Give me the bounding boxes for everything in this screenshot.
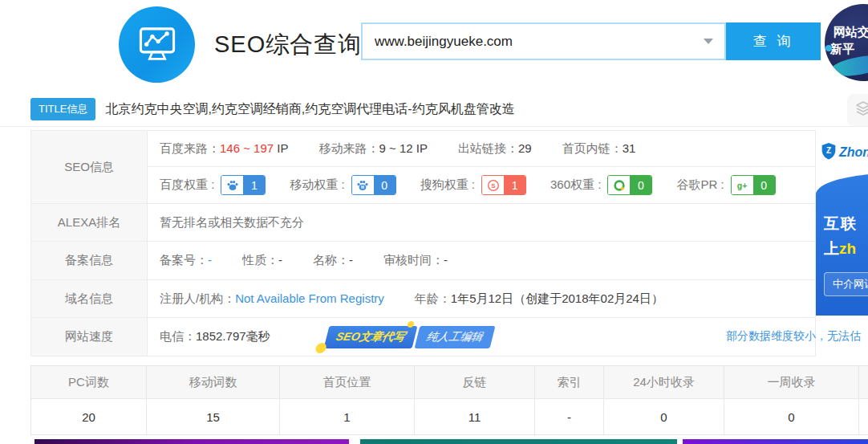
speed-row: 网站速度 电信：1852.797毫秒 SEO文章代写 纯人工编辑: [31, 318, 815, 356]
sogou-weight: 搜狗权重 : S 1: [420, 175, 526, 195]
beian-audit-time: 审核时间：-: [383, 253, 448, 268]
baidu-paw-icon: [221, 176, 243, 194]
value-mobile-words: 15: [147, 399, 280, 434]
mobile-weight: 移动权重 : M 0: [290, 175, 395, 195]
svg-text:Z: Z: [826, 146, 831, 155]
baidu-weight-badge[interactable]: 1: [221, 175, 266, 195]
col-header-pc-words: PC词数: [31, 366, 147, 398]
row-label-beian: 备案信息: [31, 242, 148, 279]
row-label-domain: 域名信息: [31, 280, 148, 317]
page-title: SEO综合查询: [214, 29, 362, 61]
domain-content: 注册人/机构：Not Available From Registry 年龄：1年…: [148, 280, 815, 317]
alexa-content: 暂无排名或相关数据不充分: [148, 204, 815, 241]
homepage-inner-links: 首页内链：31: [562, 141, 636, 157]
domain-age: 年龄：1年5月12日（创建于2018年02月24日）: [415, 291, 663, 307]
beian-number: 备案号：-: [160, 253, 212, 268]
ad-logo-text: Zhong.: [839, 145, 868, 160]
zhong-ad-banner[interactable]: Z Zhong. 互联 上zh 中介网让: [816, 132, 868, 316]
google-pr: 谷歌PR : g+ 0: [676, 175, 775, 195]
traffic-line: 百度来路：146 ~ 197 IP 移动来路：9 ~ 12 IP 出站链接：29…: [148, 131, 815, 167]
baidu-weight: 百度权重 : 1: [160, 175, 266, 195]
keyword-stats-table: PC词数 移动词数 首页位置 反链 索引 24小时收录 一周收录 20 15 1…: [30, 365, 868, 435]
ad-line1: 互联: [824, 214, 868, 234]
promo-part1: SEO文章代写: [323, 326, 417, 348]
search-input[interactable]: [363, 34, 724, 50]
seo-query-page: SEO综合查询 查 询 网站交 新平 TITLE信息 北京约克中央空调,约克空调…: [0, 0, 868, 444]
ad-panel: 互联 上zh 中介网让: [816, 173, 868, 316]
seo-info-row: SEO信息 百度来路：146 ~ 197 IP 移动来路：9 ~ 12 IP 出…: [31, 131, 815, 204]
chevron-down-icon[interactable]: [704, 39, 713, 44]
keyword-table-header: PC词数 移动词数 首页位置 反链 索引 24小时收录 一周收录: [31, 366, 868, 398]
site-trade-badge[interactable]: 网站交 新平: [825, 4, 868, 81]
registrant: 注册人/机构：Not Available From Registry: [160, 291, 384, 307]
seo-info-content: 百度来路：146 ~ 197 IP 移动来路：9 ~ 12 IP 出站链接：29…: [148, 131, 815, 203]
domain-row: 域名信息 注册人/机构：Not Available From Registry …: [31, 280, 815, 318]
bottom-bar-blue: [683, 439, 868, 444]
value-week-included: 0: [724, 399, 859, 434]
value-24h-included: 0: [604, 399, 724, 434]
beian-nature: 性质：-: [242, 253, 282, 268]
site-title-text: 北京约克中央空调,约克空调经销商,约克空调代理电话-约克风机盘管改造: [105, 101, 514, 118]
speed-content: 电信：1852.797毫秒 SEO文章代写 纯人工编辑: [148, 318, 815, 356]
query-button[interactable]: 查 询: [726, 22, 821, 60]
sogou-icon: S: [482, 176, 504, 194]
col-header-24h-included: 24小时收录: [604, 366, 724, 398]
col-header-index: 索引: [535, 366, 604, 398]
promo-dot-decor: [314, 343, 327, 353]
registrant-link[interactable]: Not Available From Registry: [235, 291, 384, 305]
outbound-links: 出站链接：29: [458, 141, 532, 157]
value-extra: [859, 399, 868, 434]
promo-part2: 纯人工编辑: [414, 326, 495, 348]
360-weight: 360权重 : 0: [550, 175, 652, 195]
ad-logo-area: Z Zhong.: [816, 132, 868, 173]
bottom-bar-purple: [34, 439, 349, 444]
ad-line2: 上zh: [824, 238, 868, 259]
col-header-week-included: 一周收录: [724, 366, 859, 398]
monitor-chart-icon: [134, 20, 180, 70]
360-icon: [608, 176, 630, 194]
keyword-table-values: 20 15 1 11 - 0 0: [31, 398, 868, 434]
beian-row: 备案信息 备案号：- 性质：- 名称：- 审核时间：-: [31, 242, 815, 280]
layers-icon: [854, 99, 868, 121]
value-backlinks: 11: [415, 399, 535, 434]
badge-line2: 新平: [830, 42, 854, 57]
title-info-badge: TITLE信息: [30, 98, 95, 120]
beian-content: 备案号：- 性质：- 名称：- 审核时间：-: [148, 242, 815, 279]
weights-line: 百度权重 : 1 移动权重 : M: [148, 167, 815, 203]
seo-writing-promo-banner[interactable]: SEO文章代写 纯人工编辑: [323, 326, 495, 348]
sogou-weight-badge[interactable]: S 1: [481, 175, 526, 195]
col-header-home-position: 首页位置: [280, 366, 415, 398]
title-info-row: TITLE信息 北京约克中央空调,约克空调经销商,约克空调代理电话-约克风机盘管…: [30, 98, 515, 120]
row-label-speed: 网站速度: [31, 318, 148, 356]
google-pr-badge[interactable]: g+ 0: [731, 175, 776, 195]
section-divider: [0, 126, 868, 127]
badge-line1: 网站交: [834, 25, 868, 40]
360-weight-badge[interactable]: 0: [607, 175, 652, 195]
ad-inner: Z Zhong. 互联 上zh 中介网让: [816, 132, 868, 316]
svg-text:M: M: [361, 185, 364, 189]
search-box: [361, 22, 726, 60]
mobile-weight-badge[interactable]: M 0: [351, 175, 396, 195]
row-label-alexa: ALEXA排名: [31, 204, 148, 241]
baidu-traffic: 百度来路：146 ~ 197 IP: [160, 141, 289, 157]
floating-toolbar-button[interactable]: [847, 94, 868, 126]
data-note-link[interactable]: 部分数据维度较小，无法估: [726, 329, 861, 344]
value-index: -: [535, 399, 604, 434]
row-label-seo: SEO信息: [31, 131, 148, 203]
ad-footer-button[interactable]: 中介网让: [824, 272, 868, 296]
col-header-mobile-words: 移动词数: [147, 366, 280, 398]
google-plus-icon: g+: [732, 176, 753, 194]
mobile-traffic: 移动来路：9 ~ 12 IP: [319, 141, 428, 157]
baidu-mobile-paw-icon: M: [352, 176, 374, 194]
svg-text:g+: g+: [737, 180, 748, 189]
telecom-speed: 电信：1852.797毫秒: [160, 329, 270, 344]
col-header-extra: [859, 366, 868, 398]
site-info-table: SEO信息 百度来路：146 ~ 197 IP 移动来路：9 ~ 12 IP 出…: [30, 130, 816, 356]
svg-text:S: S: [491, 182, 496, 189]
col-header-backlinks: 反链: [415, 366, 535, 398]
value-home-position: 1: [280, 399, 415, 434]
beian-number-link[interactable]: -: [208, 253, 212, 267]
beian-name: 名称：-: [313, 253, 353, 268]
shield-icon: Z: [821, 142, 837, 163]
bottom-bar-teal: [360, 439, 677, 444]
